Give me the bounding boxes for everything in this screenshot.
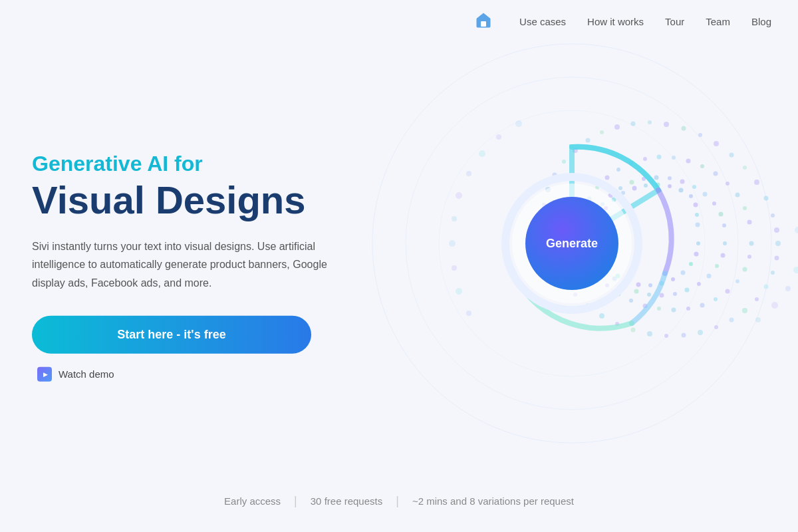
svg-point-82	[721, 253, 726, 258]
svg-point-49	[735, 279, 739, 283]
svg-point-146	[785, 286, 791, 291]
svg-point-29	[562, 160, 566, 164]
svg-point-72	[657, 155, 662, 160]
svg-point-131	[632, 186, 637, 191]
hero-content: Generative AI for Visual Designs Sivi in…	[32, 151, 378, 382]
svg-point-84	[707, 274, 712, 279]
svg-point-115	[681, 271, 686, 275]
svg-point-8	[755, 297, 759, 301]
svg-point-143	[795, 227, 798, 233]
svg-point-40	[730, 153, 734, 158]
svg-point-35	[648, 120, 652, 124]
svg-point-156	[452, 265, 457, 271]
nav-team[interactable]: Team	[706, 16, 730, 27]
svg-point-77	[726, 182, 730, 186]
bottom-tagline: Early access | 30 free requests | ~2 min…	[0, 494, 798, 508]
hero-title: Visual Designs	[32, 179, 378, 221]
svg-point-151	[479, 150, 485, 157]
svg-point-83	[715, 264, 719, 268]
hero-subtitle: Generative AI for	[32, 151, 378, 176]
svg-point-47	[747, 255, 751, 259]
svg-point-105	[668, 176, 672, 180]
svg-point-145	[793, 267, 798, 273]
start-here-button[interactable]: Start here - it's free	[32, 315, 311, 353]
tagline-variations: ~2 mins and 8 variations per request	[412, 495, 574, 507]
svg-point-119	[636, 283, 641, 287]
svg-point-137	[694, 203, 698, 207]
svg-point-54	[672, 308, 676, 313]
svg-point-50	[726, 289, 730, 294]
svg-point-71	[643, 157, 647, 161]
svg-point-55	[657, 307, 661, 311]
svg-point-48	[743, 267, 747, 272]
tagline-free-requests: 30 free requests	[311, 495, 382, 507]
nav-tour[interactable]: Tour	[665, 16, 684, 27]
svg-point-150	[496, 134, 501, 140]
svg-point-5	[775, 256, 779, 261]
svg-point-13	[682, 333, 686, 338]
svg-point-7	[764, 285, 769, 289]
nav-how-it-works[interactable]: How it works	[587, 16, 644, 27]
svg-point-68	[605, 176, 610, 180]
nav-blog[interactable]: Blog	[751, 16, 771, 27]
svg-point-148	[755, 317, 761, 323]
svg-point-116	[671, 277, 675, 281]
tagline-early-access: Early access	[224, 495, 281, 507]
navigation: Use cases How it works Tour Team Blog	[0, 0, 798, 43]
svg-point-36	[664, 122, 669, 127]
svg-point-101	[618, 186, 622, 190]
svg-point-16	[631, 328, 636, 332]
svg-point-88	[660, 293, 664, 298]
svg-point-4	[775, 241, 781, 246]
svg-point-86	[685, 288, 690, 293]
svg-point-158	[466, 311, 471, 316]
svg-point-12	[698, 330, 703, 335]
generate-btn-label[interactable]: Generate	[546, 237, 598, 250]
svg-point-45	[774, 227, 779, 233]
visualization-container: /* dots at r=310 */	[346, 17, 798, 469]
svg-point-73	[672, 156, 676, 160]
watch-demo-label: Watch demo	[59, 368, 114, 380]
svg-point-51	[714, 297, 718, 301]
svg-point-78	[735, 193, 740, 198]
svg-point-34	[631, 122, 636, 126]
svg-point-87	[673, 292, 677, 296]
play-icon	[37, 366, 52, 381]
svg-point-39	[714, 141, 719, 146]
svg-point-135	[679, 188, 684, 193]
watch-demo-link[interactable]: Watch demo	[37, 366, 378, 381]
svg-point-110	[719, 212, 724, 217]
svg-point-31	[586, 138, 591, 143]
svg-point-85	[697, 282, 701, 286]
svg-point-109	[712, 201, 716, 205]
svg-point-155	[449, 240, 456, 247]
svg-point-14	[664, 334, 668, 338]
home-icon[interactable]	[474, 11, 498, 32]
nav-use-cases[interactable]: Use cases	[519, 16, 566, 27]
svg-point-107	[692, 185, 696, 189]
svg-point-53	[686, 307, 690, 311]
svg-point-112	[696, 241, 700, 245]
svg-point-43	[764, 196, 769, 201]
svg-point-106	[680, 180, 685, 184]
svg-point-153	[456, 192, 462, 199]
svg-point-80	[747, 220, 752, 225]
svg-point-18	[599, 313, 604, 319]
svg-point-69	[616, 168, 620, 172]
tagline-sep1: |	[294, 494, 297, 508]
svg-point-9	[742, 308, 747, 313]
svg-point-102	[630, 180, 634, 185]
svg-point-157	[456, 288, 462, 295]
svg-point-108	[703, 192, 708, 197]
svg-point-154	[452, 216, 457, 221]
svg-point-76	[714, 172, 718, 176]
svg-point-11	[714, 325, 718, 329]
svg-point-134	[668, 184, 672, 188]
svg-point-89	[647, 293, 651, 297]
svg-point-111	[722, 223, 726, 227]
svg-point-42	[754, 180, 759, 185]
svg-point-44	[771, 213, 775, 217]
svg-point-81	[723, 241, 727, 245]
svg-point-132	[644, 184, 648, 188]
tagline-sep2: |	[396, 494, 399, 508]
